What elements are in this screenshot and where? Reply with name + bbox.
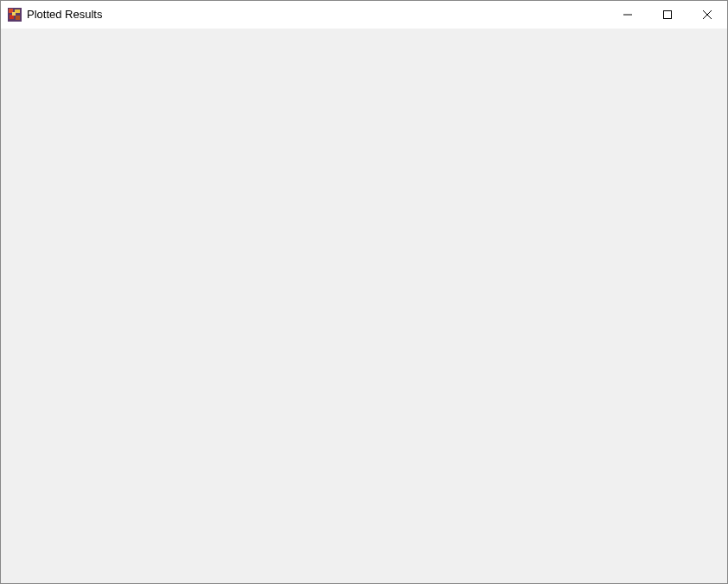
- svg-rect-4: [16, 16, 20, 20]
- close-icon: [703, 9, 712, 22]
- maximize-icon: [663, 9, 672, 22]
- window-title: Plotted Results: [27, 1, 608, 29]
- svg-rect-5: [12, 12, 16, 16]
- close-button[interactable]: [687, 1, 727, 29]
- svg-rect-7: [664, 10, 672, 18]
- client-area: [1, 29, 727, 583]
- window-frame: Plotted Results: [0, 0, 728, 584]
- window-controls: [608, 1, 727, 29]
- minimize-button[interactable]: [608, 1, 648, 29]
- titlebar[interactable]: Plotted Results: [1, 1, 727, 29]
- app-icon: [8, 8, 22, 22]
- minimize-icon: [623, 9, 632, 22]
- maximize-button[interactable]: [648, 1, 687, 29]
